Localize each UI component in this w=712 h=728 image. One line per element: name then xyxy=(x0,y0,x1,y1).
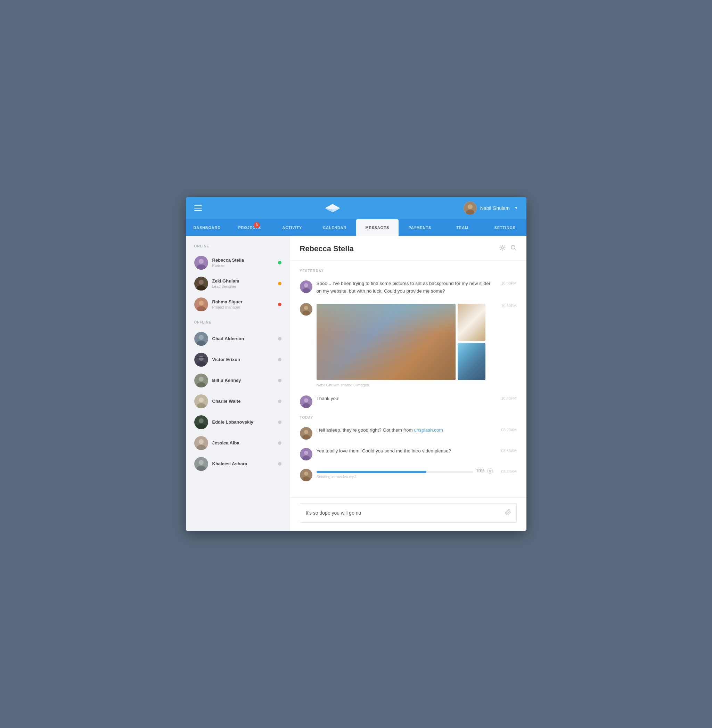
message-row-progress: 70% ✕ Sending introvideo.mp4 08:34AM xyxy=(300,468,517,481)
avatar xyxy=(194,353,208,366)
nav: DASHBOARD PROJECTS 3 ACTIVITY CALENDAR M… xyxy=(186,219,527,236)
sidebar-item-eddie[interactable]: Eddie Lobanovskiy xyxy=(186,412,290,433)
cancel-upload-button[interactable]: ✕ xyxy=(487,468,493,474)
status-indicator xyxy=(278,379,282,382)
progress-filename: Sending introvideo.mp4 xyxy=(317,474,493,479)
sidebar-item-victor[interactable]: Victor Erixon xyxy=(186,349,290,370)
svg-point-32 xyxy=(199,439,204,444)
search-icon[interactable] xyxy=(510,245,517,253)
message-text: Yea totally love them! Could you send me… xyxy=(317,448,451,454)
avatar xyxy=(464,202,477,215)
contact-name: Eddie Lobanovskiy xyxy=(212,420,278,425)
message-content: I fell asleep, they're good right? Got t… xyxy=(317,426,493,434)
status-indicator xyxy=(278,441,282,445)
svg-point-56 xyxy=(304,471,308,476)
contact-name: Khaleesi Ashara xyxy=(212,461,278,466)
chat-header-icons xyxy=(499,245,517,253)
nav-item-activity[interactable]: ACTIVITY xyxy=(271,219,314,236)
avatar xyxy=(194,332,208,346)
nav-item-team[interactable]: TEAM xyxy=(441,219,484,236)
status-indicator xyxy=(278,261,282,264)
user-name: Nabil Ghulam xyxy=(480,205,510,211)
progress-bar-container xyxy=(317,471,474,473)
progress-bar-fill xyxy=(317,471,426,473)
contact-info: Bill S Kenney xyxy=(212,378,278,383)
message-content: 70% ✕ Sending introvideo.mp4 xyxy=(317,468,493,479)
sidebar-item-bill[interactable]: Bill S Kenney xyxy=(186,370,290,391)
status-indicator xyxy=(278,302,282,306)
avatar xyxy=(300,427,312,440)
app-logo xyxy=(323,203,341,214)
message-row-images: Nabil Ghulam shared 3 images. 10:30PM xyxy=(300,302,517,387)
contact-info: Chad Alderson xyxy=(212,336,278,341)
message-content: Nabil Ghulam shared 3 images. xyxy=(317,302,493,387)
sidebar-item-rahma[interactable]: Rahma Siguer Project manager xyxy=(186,294,290,315)
nav-item-settings[interactable]: SETTINGS xyxy=(484,219,527,236)
avatar xyxy=(300,280,312,293)
nav-item-payments[interactable]: PAYMENTS xyxy=(399,219,441,236)
avatar xyxy=(300,469,312,481)
contact-info: Eddie Lobanovskiy xyxy=(212,420,278,425)
status-indicator xyxy=(278,282,282,285)
chat-input-area xyxy=(290,497,527,531)
settings-icon[interactable] xyxy=(499,245,506,253)
avatar xyxy=(194,457,208,471)
shared-image-3[interactable] xyxy=(458,343,485,380)
svg-point-10 xyxy=(199,280,204,285)
svg-point-47 xyxy=(304,398,308,402)
contact-name: Chad Alderson xyxy=(212,336,278,341)
chat-header: Rebecca Stella xyxy=(290,236,527,261)
chat-messages: YESTERDAY Sooo... I've been trying to fi… xyxy=(290,261,527,497)
side-images xyxy=(458,304,485,380)
contact-info: Zeki Ghulam Lead designer xyxy=(212,278,278,288)
sidebar-item-rebecca[interactable]: Rebecca Stella Partner xyxy=(186,252,290,273)
avatar xyxy=(194,256,208,270)
avatar xyxy=(194,394,208,408)
avatar xyxy=(194,415,208,429)
svg-point-19 xyxy=(199,356,204,361)
contact-info: Rebecca Stella Partner xyxy=(212,258,278,268)
avatar xyxy=(194,436,208,450)
status-indicator xyxy=(278,358,282,362)
contact-info: Charlie Waite xyxy=(212,399,278,404)
message-time: 10:40PM xyxy=(501,396,516,400)
svg-point-16 xyxy=(199,335,204,340)
app-container: Nabil Ghulam ▼ DASHBOARD PROJECTS 3 ACTI… xyxy=(186,197,527,531)
sidebar-item-zeki[interactable]: Zeki Ghulam Lead designer xyxy=(186,273,290,294)
sidebar-item-chad[interactable]: Chad Alderson xyxy=(186,328,290,349)
message-row: Yea totally love them! Could you send me… xyxy=(300,447,517,460)
svg-point-29 xyxy=(199,418,204,423)
sidebar-item-khaleesi[interactable]: Khaleesi Ashara xyxy=(186,454,290,474)
unsplash-link[interactable]: unsplash.com xyxy=(414,427,443,433)
svg-point-26 xyxy=(199,397,204,402)
svg-point-13 xyxy=(199,301,204,305)
message-time: 08:20AM xyxy=(501,428,516,432)
shared-image-main[interactable] xyxy=(317,304,455,380)
sidebar-item-charlie[interactable]: Charlie Waite xyxy=(186,391,290,412)
avatar xyxy=(194,298,208,311)
status-indicator xyxy=(278,337,282,341)
chat-input-wrapper xyxy=(300,503,517,523)
avatar xyxy=(194,277,208,291)
contact-info: Victor Erixon xyxy=(212,357,278,362)
header: Nabil Ghulam ▼ xyxy=(186,197,527,219)
svg-line-39 xyxy=(514,249,516,251)
nav-item-dashboard[interactable]: DASHBOARD xyxy=(186,219,228,236)
message-row: I fell asleep, they're good right? Got t… xyxy=(300,426,517,440)
attach-icon[interactable] xyxy=(505,509,512,517)
user-menu[interactable]: Nabil Ghulam ▼ xyxy=(464,202,518,215)
shared-image-2[interactable] xyxy=(458,304,485,341)
chat-input[interactable] xyxy=(300,503,517,523)
message-text: Thank you! xyxy=(317,396,340,401)
contact-role: Partner xyxy=(212,263,278,268)
nav-item-calendar[interactable]: CALENDAR xyxy=(313,219,356,236)
menu-icon[interactable] xyxy=(194,205,202,211)
nav-item-projects[interactable]: PROJECTS 3 xyxy=(228,219,271,236)
contact-info: Rahma Siguer Project manager xyxy=(212,299,278,309)
user-caret-icon: ▼ xyxy=(515,206,518,210)
nav-item-messages[interactable]: MESSAGES xyxy=(356,219,399,236)
avatar xyxy=(300,396,312,408)
contact-role: Project manager xyxy=(212,305,278,309)
sidebar-item-jessica[interactable]: Jessica Alba xyxy=(186,433,290,454)
image-grid xyxy=(317,304,493,380)
